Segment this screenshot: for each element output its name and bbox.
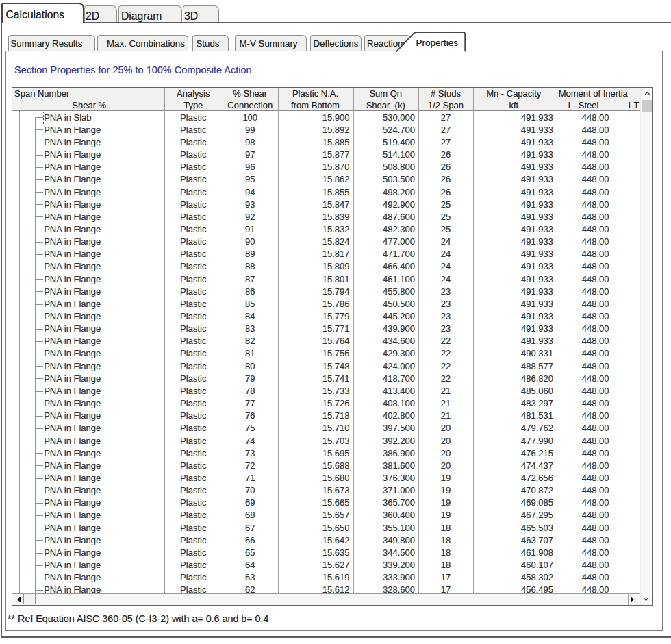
svg-text:Properties: Properties (416, 38, 459, 48)
